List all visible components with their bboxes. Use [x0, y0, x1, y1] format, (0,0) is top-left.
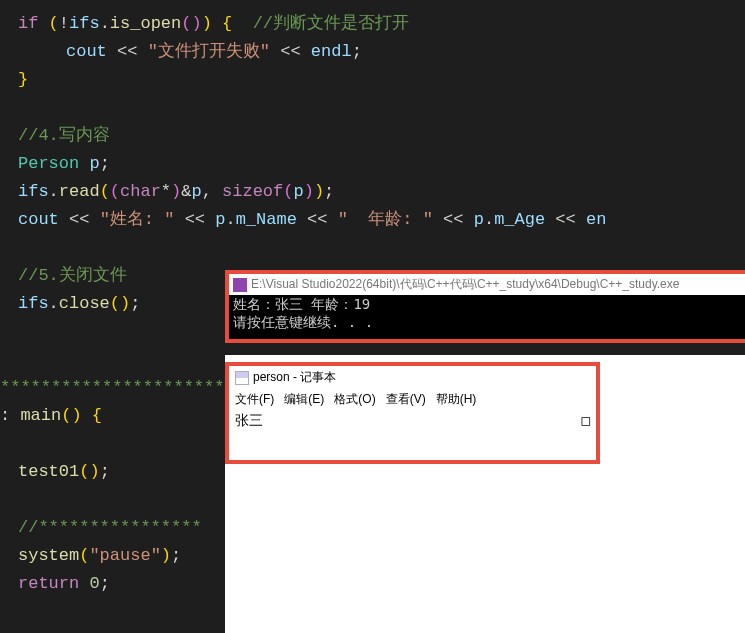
notepad-window[interactable]: person - 记事本 文件(F) 编辑(E) 格式(O) 查看(V) 帮助(… — [225, 362, 600, 464]
console-line: 请按任意键继续. . . — [233, 313, 745, 331]
code-line: Person p; — [18, 150, 745, 178]
console-titlebar[interactable]: E:\Visual Studio2022(64bit)\代码\C++代码\C++… — [229, 274, 745, 295]
console-output: 姓名：张三 年龄：19 请按任意键继续. . . — [229, 295, 745, 339]
comment: //5.关闭文件 — [18, 266, 127, 285]
console-line: 姓名：张三 年龄：19 — [233, 295, 745, 313]
console-icon — [233, 278, 247, 292]
menu-format[interactable]: 格式(O) — [334, 391, 375, 408]
console-window[interactable]: E:\Visual Studio2022(64bit)\代码\C++代码\C++… — [225, 270, 745, 343]
code-line: cout << "文件打开失败" << endl; — [18, 38, 745, 66]
notepad-icon — [235, 371, 249, 385]
code-line: //4.写内容 — [18, 122, 745, 150]
notepad-content-area[interactable]: 张三 □ — [229, 410, 596, 460]
notepad-titlebar[interactable]: person - 记事本 — [229, 366, 596, 389]
menu-edit[interactable]: 编辑(E) — [284, 391, 324, 408]
notepad-char: □ — [582, 412, 590, 430]
comment: //判断文件是否打开 — [253, 14, 409, 33]
comment: //4.写内容 — [18, 126, 110, 145]
console-path: E:\Visual Studio2022(64bit)\代码\C++代码\C++… — [251, 276, 679, 293]
menu-view[interactable]: 查看(V) — [386, 391, 426, 408]
keyword-if: if — [18, 14, 38, 33]
code-line: } — [18, 66, 745, 94]
menu-help[interactable]: 帮助(H) — [436, 391, 477, 408]
code-line: cout << "姓名: " << p.m_Name << " 年龄: " <<… — [18, 206, 745, 234]
code-line: if (!ifs.is_open()) { //判断文件是否打开 — [18, 10, 745, 38]
notepad-text: 张三 — [235, 412, 263, 430]
menu-file[interactable]: 文件(F) — [235, 391, 274, 408]
blank-line — [18, 94, 745, 122]
notepad-title-text: person - 记事本 — [253, 369, 336, 386]
notepad-menubar: 文件(F) 编辑(E) 格式(O) 查看(V) 帮助(H) — [229, 389, 596, 410]
blank-line — [18, 234, 745, 262]
code-line: ifs.read((char*)&p, sizeof(p)); — [18, 178, 745, 206]
